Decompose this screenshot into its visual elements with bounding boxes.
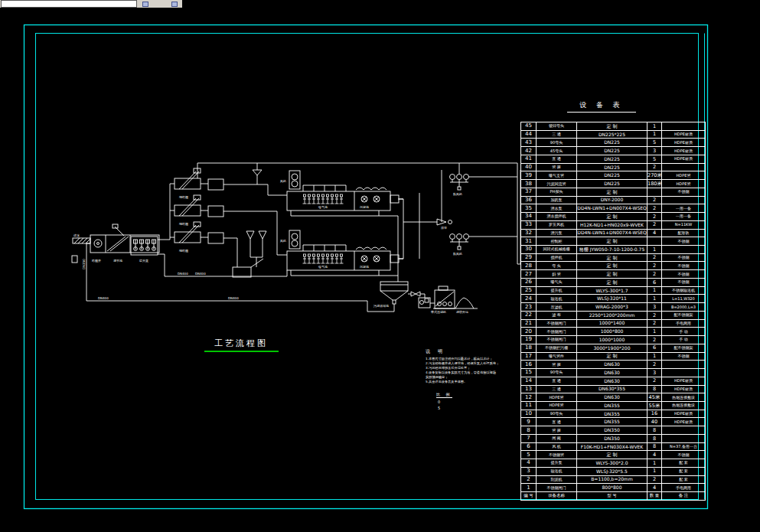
table-cell: 手 动 [662, 328, 706, 336]
table-cell: 不锈钢 [662, 237, 706, 246]
cad-canvas[interactable]: 进水 格栅井 调节池 提升泵 细格栅 细格栅 细格栅 风机 风机 曝气池 沉淀池… [0, 8, 760, 532]
toolbar-button-2[interactable] [169, 1, 180, 7]
table-cell: 直 通 [537, 377, 577, 385]
svg-text:鼓风机: 鼓风机 [453, 252, 462, 256]
table-cell: 配 套 [662, 467, 706, 475]
table-cell: 不锈钢 [662, 451, 706, 459]
table-row: 19不锈钢闸门1000*10002手 动 [521, 336, 706, 344]
table-cell: WLYS-300*1.7 [577, 286, 647, 295]
table-cell: 管 箍 [537, 361, 577, 369]
table-cell: 定 制 [577, 253, 647, 262]
table-cell [662, 196, 706, 204]
table-cell: 数 量 [647, 492, 662, 501]
table-cell: 40 [647, 418, 662, 426]
table-cell: 8 [647, 442, 662, 451]
svg-text:DN400: DN400 [228, 296, 239, 300]
table-cell: HDPE材质 [662, 155, 706, 163]
table-cell: 三 通 [537, 385, 577, 393]
table-cell: WRAG-2000*3 [577, 303, 647, 312]
table-cell: 31 [521, 237, 537, 246]
svg-text:曝气池: 曝气池 [318, 265, 328, 269]
command-input[interactable] [1, 0, 137, 8]
table-cell: 提升机 [537, 286, 577, 295]
table-row: 28弯 头定 制2不锈钢 [521, 262, 706, 270]
notes-block: 说 明 1.本图尺寸除注明外均以毫米计，标高以米计；2.污水经格栅井进入调节池，… [426, 348, 533, 411]
table-cell: 2 [647, 220, 662, 229]
table-row: 5不锈钢管定 制4不锈钢 [521, 451, 706, 459]
table-cell: 2 [647, 475, 662, 484]
table-cell: DN225 [577, 155, 647, 163]
table-cell: 29 [521, 253, 537, 262]
table-cell: 编 号 [521, 492, 537, 501]
table-cell: 配导轨 [662, 229, 706, 237]
table-cell: 定 制 [577, 451, 647, 459]
table-cell: HDPE材质 [662, 130, 706, 139]
table-cell: HDPE材质 [662, 385, 706, 393]
table-cell: 定 制 [577, 237, 647, 246]
note-line: 5.其余详见设备表及单体图。 [426, 380, 533, 384]
table-row: 34潜水搅拌机定 制2一用一备 [521, 213, 706, 221]
table-row: 32潜污泵DD4N-LWN1+DN007X4-WSEQ4配导轨 [521, 229, 706, 237]
table-cell: 控制柜 [537, 237, 577, 246]
table-cell: 格栅 JYW050-7-10-1200-0.75 [577, 246, 647, 254]
table-cell: N=37,备用一台 [662, 442, 706, 451]
table-cell: 手电两用 [662, 319, 706, 328]
table-row: 27斜 管定 制2不锈钢 [521, 270, 706, 279]
table-row: 4提升泵WLYS-300*2.01配 套 [521, 459, 706, 468]
notes-lines: 1.本图尺寸除注明外均以毫米计，标高以米计；2.污水经格栅井进入调节池，经提升泵… [426, 357, 533, 384]
table-row: 11HDPE管DN35555米热熔连接敷设 [521, 401, 706, 410]
tool-icon-2 [171, 2, 178, 7]
svg-text:带式压滤机: 带式压滤机 [431, 310, 446, 314]
table-row: 1不锈钢闸门800*8004手电两用 [521, 484, 706, 492]
table-row: 26曝气头定 制6不锈钢 [521, 278, 706, 286]
table-cell: 不锈钢 [662, 352, 706, 361]
table-row: 4245弯头DN2253HDPE材质 [521, 147, 706, 155]
table-cell: 不锈钢闸门 [537, 336, 577, 344]
table-cell: 270米 [647, 171, 662, 180]
svg-text:曝气池: 曝气池 [318, 205, 328, 209]
table-cell: DN630 [577, 377, 647, 385]
table-cell: 180米 [647, 180, 662, 188]
table-cell: 弯 头 [537, 262, 577, 270]
table-cell: N=11KW [662, 220, 706, 229]
table-cell: 定 制 [577, 270, 647, 279]
table-cell: 20 [521, 328, 537, 336]
table-cell: 4 [647, 484, 662, 492]
table-cell: 32 [521, 229, 537, 237]
table-cell: DN225 [577, 180, 647, 188]
table-row: 24输送机WLSJ-320*111L=11,W320 [521, 295, 706, 303]
table-cell: 管 箍 [537, 426, 577, 435]
table-cell: 不锈钢输送机 [662, 286, 706, 295]
table-cell: 4 [521, 459, 537, 468]
table-cell: 回转式机械格栅 [537, 246, 577, 254]
svg-text:细格栅: 细格栅 [179, 222, 188, 226]
table-cell: 2 [521, 475, 537, 484]
table-cell: PH探头 [537, 188, 577, 196]
svg-text:污泥浓缩池: 污泥浓缩池 [373, 304, 389, 308]
table-cell: 2 [647, 319, 662, 328]
table-row: 编 号设备名称型 号数 量备 注 [521, 492, 706, 501]
table-cell: 3 [647, 303, 662, 312]
svg-text:格栅井: 格栅井 [91, 259, 101, 263]
table-cell: 2 [647, 163, 662, 171]
table-cell: 配 套 [662, 475, 706, 484]
table-cell: F10K-HD1+FN030X4-WVEK [577, 442, 647, 451]
svg-text:风机: 风机 [280, 239, 286, 243]
table-cell: 不锈钢 [662, 262, 706, 270]
table-cell: 8 [647, 434, 662, 442]
svg-text:DN350: DN350 [82, 259, 86, 269]
table-cell: 三 通 [537, 130, 577, 139]
svg-text:DN400: DN400 [98, 296, 109, 300]
table-cell: 2250*1200*200mm [577, 311, 647, 319]
table-cell: 2 [647, 204, 662, 213]
table-row: 1590弯头DN6303 [521, 369, 706, 377]
table-cell: 曝气支管 [537, 171, 577, 180]
table-cell: 2 [647, 262, 662, 270]
table-cell: 25 [521, 286, 537, 295]
table-cell: 22 [521, 311, 537, 319]
table-cell: 2 [647, 213, 662, 221]
table-cell: 搅拌机 [537, 253, 577, 262]
toolbar-button-1[interactable] [140, 1, 151, 7]
table-cell: 1 [647, 467, 662, 475]
table-cell: WLSJ-320*5.5 [577, 467, 647, 475]
